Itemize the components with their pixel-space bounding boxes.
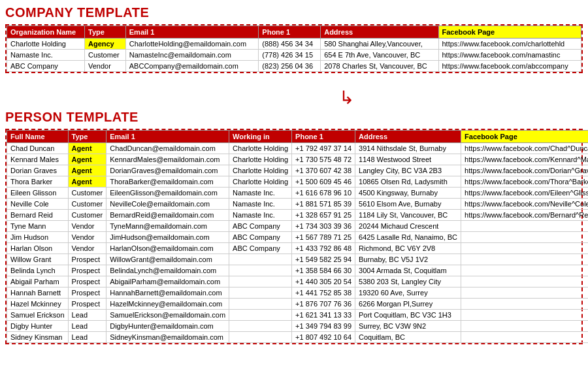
person-cell-3-4: +1 500 609 45 46 (292, 176, 355, 188)
person-cell-13-3 (229, 287, 292, 299)
company-table-wrapper: Organization NameTypeEmail 1Phone 1Addre… (5, 24, 583, 73)
person-cell-6-6: https://www.facebook.com/Bernard^Reid (461, 210, 588, 221)
company-row-0: Charlotte HoldingAgencyCharlotteHolding@… (7, 39, 581, 50)
person-row-14: Hazel MckinneyProspectHazelMckinney@emai… (7, 299, 589, 310)
person-cell-3-1: Agent (68, 176, 106, 188)
person-cell-17-6 (461, 332, 588, 343)
person-cell-7-1: Vendor (68, 221, 106, 232)
person-cell-5-3: Namaste Inc. (229, 199, 292, 210)
person-cell-0-4: +1 792 497 37 14 (292, 143, 355, 154)
person-row-9: Harlan OlsonVendorHarlanOlson@emaildomai… (7, 243, 589, 254)
person-cell-17-1: Lead (68, 332, 106, 343)
person-cell-1-3: Charlotte Holding (229, 154, 292, 165)
company-cell-1-4: 654 E 7th Ave, Vancouver, BC (321, 50, 438, 61)
person-row-4: Eileen GlissonCustomerEileenGlisson@emai… (7, 188, 589, 199)
person-cell-2-1: Agent (68, 165, 106, 176)
person-col-header-2: Email 1 (106, 131, 229, 143)
person-row-15: Samuel EricksonLeadSamuelErickson@emaild… (7, 310, 589, 321)
company-cell-2-2: ABCCompany@emaildomain.com (125, 61, 259, 72)
person-cell-0-0: Chad Duncan (7, 143, 69, 154)
person-row-1: Kennard MalesAgentKennardMales@emaildoma… (7, 154, 589, 165)
person-cell-13-4: +1 441 752 85 38 (292, 287, 355, 299)
person-cell-4-2: EileenGlisson@emaildomain.com (106, 188, 229, 199)
person-cell-15-5: Port Coquitlam, BC V3C 1H3 (355, 310, 461, 321)
person-cell-15-4: +1 621 341 13 33 (292, 310, 355, 321)
person-cell-12-1: Prospect (68, 276, 106, 287)
company-cell-2-1: Vendor (85, 61, 126, 72)
person-cell-14-6 (461, 299, 588, 310)
person-row-11: Belinda LynchProspectBelindaLynch@emaild… (7, 265, 589, 276)
person-cell-4-6: https://www.facebook.com/Eileen^Glisson (461, 188, 588, 199)
person-row-10: Willow GrantProspectWillowGrant@emaildom… (7, 254, 589, 265)
person-cell-2-6: https://www.facebook.com/Dorian^Graves (461, 165, 588, 176)
person-cell-14-4: +1 876 707 76 36 (292, 299, 355, 310)
person-title: PERSON TEMPLATE (5, 110, 583, 125)
person-cell-9-5: Richmond, BC V6Y 2V8 (355, 243, 461, 254)
company-cell-1-5: https://www.facebook.com/namastinc (438, 50, 581, 61)
person-cell-8-4: +1 567 789 71 25 (292, 232, 355, 243)
person-cell-16-6 (461, 321, 588, 332)
person-cell-6-2: BernardReid@emaildomain.com (106, 210, 229, 221)
company-col-header-5: Facebook Page (438, 26, 581, 39)
person-cell-14-5: 6266 Morgan Pl,Surrey (355, 299, 461, 310)
person-cell-10-4: +1 549 582 25 94 (292, 254, 355, 265)
person-cell-0-5: 3914 Nithsdale St, Burnaby (355, 143, 461, 154)
company-col-header-0: Organization Name (7, 26, 85, 39)
person-cell-11-4: +1 358 584 66 30 (292, 265, 355, 276)
person-cell-7-6 (461, 221, 588, 232)
person-cell-3-0: Thora Barker (7, 176, 69, 188)
person-cell-9-2: HarlanOlson@emaildomain.com (106, 243, 229, 254)
person-cell-12-2: AbigailParham@emaildomain.com (106, 276, 229, 287)
company-col-header-2: Email 1 (125, 26, 259, 39)
person-row-8: Jim HudsonVendorJimHudson@emaildomain.co… (7, 232, 589, 243)
person-cell-16-1: Lead (68, 321, 106, 332)
person-cell-15-6 (461, 310, 588, 321)
person-cell-1-1: Agent (68, 154, 106, 165)
person-cell-1-4: +1 730 575 48 72 (292, 154, 355, 165)
person-cell-11-6 (461, 265, 588, 276)
company-cell-0-5: https://www.facebook.com/charlottehld (438, 39, 581, 50)
company-title: COMPANY TEMPLATE (5, 5, 583, 20)
person-cell-10-6 (461, 254, 588, 265)
company-section: COMPANY TEMPLATE Organization NameTypeEm… (5, 5, 583, 86)
person-row-6: Bernard ReidCustomerBernardReid@emaildom… (7, 210, 589, 221)
person-cell-9-6 (461, 243, 588, 254)
person-cell-7-5: 20244 Michaud Crescent (355, 221, 461, 232)
person-cell-16-0: Digby Hunter (7, 321, 69, 332)
person-cell-14-1: Prospect (68, 299, 106, 310)
person-cell-7-4: +1 734 303 39 36 (292, 221, 355, 232)
company-cell-1-2: NamasteInc@emaildomain.com (125, 50, 259, 61)
person-cell-4-0: Eileen Glisson (7, 188, 69, 199)
person-cell-16-5: Surrey, BC V3W 9N2 (355, 321, 461, 332)
person-cell-12-0: Abigail Parham (7, 276, 69, 287)
person-cell-5-0: Neville Cole (7, 199, 69, 210)
person-col-header-5: Address (355, 131, 461, 143)
person-cell-13-6 (461, 287, 588, 299)
person-col-header-1: Type (68, 131, 106, 143)
company-cell-2-3: (823) 256 04 36 (259, 61, 321, 72)
person-cell-15-1: Lead (68, 310, 106, 321)
person-cell-4-3: Namaste Inc. (229, 188, 292, 199)
person-cell-11-5: 3004 Armada St, Coquitlam (355, 265, 461, 276)
person-cell-4-4: +1 616 678 96 10 (292, 188, 355, 199)
person-cell-10-2: WillowGrant@emaildomain.com (106, 254, 229, 265)
person-cell-3-5: 10865 Olsen Rd, Ladysmith (355, 176, 461, 188)
person-cell-1-0: Kennard Males (7, 154, 69, 165)
person-col-header-6: Facebook Page (461, 131, 588, 143)
person-cell-7-3: ABC Company (229, 221, 292, 232)
person-cell-13-1: Prospect (68, 287, 106, 299)
person-cell-5-4: +1 881 571 85 39 (292, 199, 355, 210)
person-cell-14-2: HazelMckinney@emaildomain.com (106, 299, 229, 310)
person-cell-6-3: Namaste Inc. (229, 210, 292, 221)
person-cell-5-1: Customer (68, 199, 106, 210)
person-row-13: Hannah BarnettProspectHannahBarnett@emai… (7, 287, 589, 299)
person-cell-4-1: Customer (68, 188, 106, 199)
company-cell-0-0: Charlotte Holding (7, 39, 85, 50)
person-row-0: Chad DuncanAgentChadDuncan@emaildomain.c… (7, 143, 589, 154)
person-cell-2-0: Dorian Graves (7, 165, 69, 176)
person-cell-6-4: +1 328 657 91 25 (292, 210, 355, 221)
person-cell-0-6: https://www.facebook.com/Chad^Duncan (461, 143, 588, 154)
person-cell-0-2: ChadDuncan@emaildomain.com (106, 143, 229, 154)
company-cell-1-3: (778) 426 34 15 (259, 50, 321, 61)
person-cell-10-5: Burnaby, BC V5J 1V2 (355, 254, 461, 265)
